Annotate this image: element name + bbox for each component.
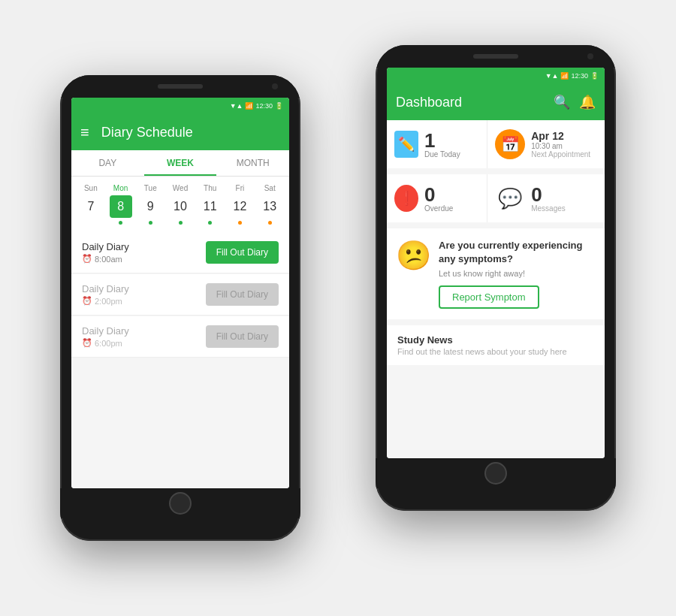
cal-tue-num: 9	[139, 195, 161, 218]
cal-mon[interactable]: Mon 8	[107, 184, 134, 225]
time-right: 12:30	[571, 72, 588, 80]
speaker-right	[473, 54, 518, 59]
entry-1-time: ⏰ 8:00am	[82, 254, 129, 264]
cal-fri-num: 12	[228, 195, 251, 218]
screen-left: ▼▲ 📶 12:30 🔋 ≡ Diary Schedule DAY WEEK	[71, 98, 289, 488]
entry-1-info: Daily Diary ⏰ 8:00am	[82, 241, 129, 264]
diary-entry-1: Daily Diary ⏰ 8:00am Fill Out Diary	[71, 232, 289, 273]
report-symptom-btn[interactable]: Report Symptom	[439, 285, 539, 309]
top-stats-row: ✏️ 1 Due Today 📅 Apr 12 10:30 am Next Ap…	[387, 120, 605, 168]
home-btn-left[interactable]	[169, 492, 192, 515]
page-title-right: Dashboard	[396, 95, 554, 110]
messages-count: 0	[531, 185, 566, 204]
screen-right: ▼▲ 📶 12:30 🔋 Dashboard 🔍 🔔	[387, 68, 605, 458]
signal-icon: ▼▲	[230, 102, 243, 110]
entry-3-info: Daily Diary ⏰ 6:00pm	[82, 325, 129, 348]
tab-month[interactable]: MONTH	[216, 150, 289, 176]
tab-week[interactable]: WEEK	[144, 150, 217, 176]
cal-sat[interactable]: Sat 13	[256, 184, 283, 225]
bell-icon[interactable]: 🔔	[579, 94, 596, 110]
entry-2-info: Daily Diary ⏰ 2:00pm	[82, 283, 129, 306]
fill-diary-btn-1[interactable]: Fill Out Diary	[206, 241, 279, 264]
phone-right: ▼▲ 📶 12:30 🔋 Dashboard 🔍 🔔	[376, 45, 616, 511]
cal-sat-name: Sat	[264, 184, 276, 192]
symptom-card: 😕 Are you currently experiencing any sym…	[387, 228, 605, 319]
entry-3-title: Daily Diary	[82, 325, 129, 337]
status-bar-left: ▼▲ 📶 12:30 🔋	[71, 98, 289, 114]
messages-info: 0 Messages	[531, 185, 566, 213]
cal-tue[interactable]: Tue 9	[137, 184, 164, 225]
cal-mon-dot	[119, 221, 122, 225]
entry-1-time-text: 8:00am	[95, 255, 122, 264]
wifi-icon-r: 📶	[560, 72, 569, 80]
entry-2-title: Daily Diary	[82, 283, 129, 294]
calendar-row: Sun 7 Mon 8 Tue 9 Wed 10	[71, 177, 289, 232]
messages-section: 💬 0 Messages	[487, 174, 605, 222]
appt-label: Next Appointment	[531, 150, 590, 159]
cal-fri-name: Fri	[236, 184, 245, 192]
cal-sat-num: 13	[258, 195, 281, 218]
search-icon[interactable]: 🔍	[554, 94, 570, 110]
speaker-left	[158, 84, 203, 89]
week-tabs: DAY WEEK MONTH	[71, 150, 289, 177]
appt-info: Apr 12 10:30 am Next Appointment	[531, 130, 590, 159]
app-header-left: ≡ Diary Schedule	[71, 114, 289, 150]
overdue-count: 0	[424, 185, 453, 204]
overdue-section: ❗ 0 Overdue	[387, 174, 487, 222]
cal-sun[interactable]: Sun 7	[77, 184, 104, 225]
cal-thu-dot	[208, 221, 212, 225]
fill-diary-btn-3[interactable]: Fill Out Diary	[206, 325, 279, 348]
wifi-icon: 📶	[245, 102, 253, 110]
phone-top-bar-right	[376, 45, 616, 68]
cal-fri[interactable]: Fri 12	[227, 184, 254, 225]
phone-bottom-right	[376, 458, 616, 488]
dashboard-content: ✏️ 1 Due Today 📅 Apr 12 10:30 am Next Ap…	[387, 120, 605, 458]
tab-day[interactable]: DAY	[71, 150, 144, 176]
entry-3-time-text: 6:00pm	[95, 339, 122, 348]
status-icons-right: ▼▲ 📶 12:30 🔋	[545, 72, 599, 80]
cal-mon-name: Mon	[113, 184, 128, 192]
menu-icon[interactable]: ≡	[80, 124, 89, 141]
study-news-subtitle: Find out the latest news about your stud…	[397, 347, 594, 356]
diary-content: Daily Diary ⏰ 8:00am Fill Out Diary Dail…	[71, 232, 289, 488]
camera-right	[587, 53, 593, 59]
cal-sun-name: Sun	[84, 184, 98, 192]
battery-icon: 🔋	[275, 102, 283, 110]
due-today-count: 1	[424, 131, 460, 150]
study-news-card: Study News Find out the latest news abou…	[387, 325, 605, 365]
page-title-left: Diary Schedule	[101, 125, 280, 140]
cal-thu[interactable]: Thu 11	[197, 184, 224, 225]
symptom-info: Are you currently experiencing any sympt…	[439, 239, 596, 309]
entry-2-time-text: 2:00pm	[95, 297, 122, 306]
status-bar-right: ▼▲ 📶 12:30 🔋	[387, 68, 605, 84]
appointment-section: 📅 Apr 12 10:30 am Next Appointment	[487, 120, 605, 168]
cal-wed[interactable]: Wed 10	[167, 184, 194, 225]
cal-tue-dot	[149, 221, 152, 225]
cal-thu-num: 11	[199, 195, 222, 218]
clock-icon-1: ⏰	[82, 254, 92, 264]
cal-wed-dot	[179, 221, 183, 225]
phone-left: ▼▲ 📶 12:30 🔋 ≡ Diary Schedule DAY WEEK	[60, 75, 300, 541]
diary-entry-2: Daily Diary ⏰ 2:00pm Fill Out Diary	[71, 274, 289, 316]
cal-sat-dot	[268, 221, 272, 225]
home-btn-right[interactable]	[484, 462, 507, 485]
appt-icon: 📅	[495, 129, 525, 159]
fill-diary-btn-2[interactable]: Fill Out Diary	[206, 283, 279, 306]
appt-date: Apr 12	[531, 130, 590, 142]
cal-tue-name: Tue	[144, 184, 157, 192]
study-news-title: Study News	[397, 334, 594, 346]
pencil-icon-wrap: ✏️	[394, 131, 418, 158]
app-header-right: Dashboard 🔍 🔔	[387, 84, 605, 120]
overdue-icon: ❗	[394, 185, 418, 212]
overdue-label: Overdue	[424, 204, 453, 213]
phones-container: ▼▲ 📶 12:30 🔋 ≡ Diary Schedule DAY WEEK	[15, 15, 661, 601]
diary-entry-3: Daily Diary ⏰ 6:00pm Fill Out Diary	[71, 316, 289, 358]
phone-top-bar-left	[60, 75, 300, 98]
second-stats-row: ❗ 0 Overdue 💬 0 Messages	[387, 174, 605, 222]
due-today-section: ✏️ 1 Due Today	[387, 120, 487, 168]
clock-icon-3: ⏰	[82, 338, 92, 348]
signal-icon-r: ▼▲	[545, 72, 559, 80]
time-left: 12:30	[255, 102, 273, 110]
symptom-question: Are you currently experiencing any sympt…	[439, 239, 596, 266]
status-icons-left: ▼▲ 📶 12:30 🔋	[230, 102, 283, 110]
